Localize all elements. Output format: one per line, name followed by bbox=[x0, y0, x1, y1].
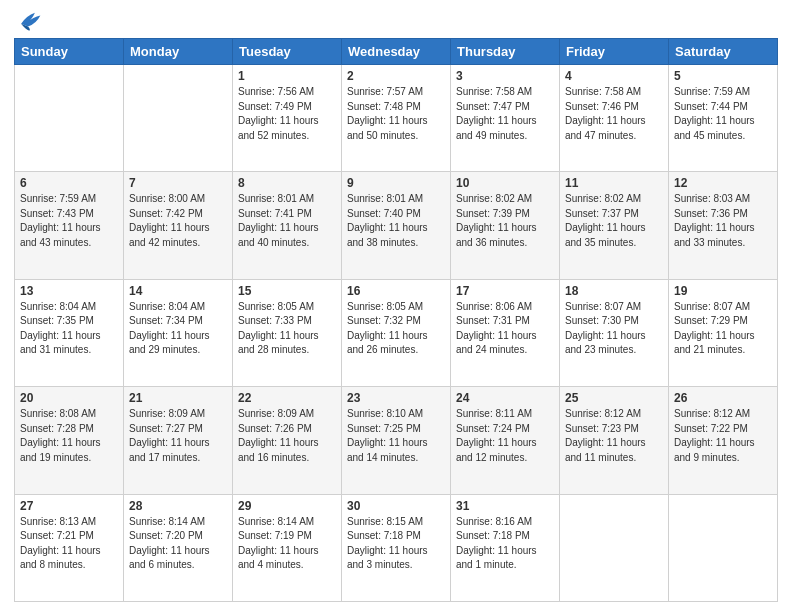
weekday-saturday: Saturday bbox=[669, 39, 778, 65]
day-number: 13 bbox=[20, 284, 118, 298]
day-info: Sunrise: 8:11 AMSunset: 7:24 PMDaylight:… bbox=[456, 407, 554, 465]
day-info: Sunrise: 8:12 AMSunset: 7:22 PMDaylight:… bbox=[674, 407, 772, 465]
calendar-cell: 13Sunrise: 8:04 AMSunset: 7:35 PMDayligh… bbox=[15, 279, 124, 386]
day-info: Sunrise: 8:08 AMSunset: 7:28 PMDaylight:… bbox=[20, 407, 118, 465]
calendar-cell bbox=[15, 65, 124, 172]
calendar-week-3: 13Sunrise: 8:04 AMSunset: 7:35 PMDayligh… bbox=[15, 279, 778, 386]
calendar-cell: 10Sunrise: 8:02 AMSunset: 7:39 PMDayligh… bbox=[451, 172, 560, 279]
day-info: Sunrise: 8:07 AMSunset: 7:29 PMDaylight:… bbox=[674, 300, 772, 358]
day-number: 20 bbox=[20, 391, 118, 405]
calendar-cell: 7Sunrise: 8:00 AMSunset: 7:42 PMDaylight… bbox=[124, 172, 233, 279]
day-number: 24 bbox=[456, 391, 554, 405]
calendar-cell bbox=[669, 494, 778, 601]
day-info: Sunrise: 7:58 AMSunset: 7:46 PMDaylight:… bbox=[565, 85, 663, 143]
day-info: Sunrise: 7:59 AMSunset: 7:43 PMDaylight:… bbox=[20, 192, 118, 250]
day-info: Sunrise: 8:02 AMSunset: 7:39 PMDaylight:… bbox=[456, 192, 554, 250]
calendar-cell: 31Sunrise: 8:16 AMSunset: 7:18 PMDayligh… bbox=[451, 494, 560, 601]
calendar-week-1: 1Sunrise: 7:56 AMSunset: 7:49 PMDaylight… bbox=[15, 65, 778, 172]
day-info: Sunrise: 8:14 AMSunset: 7:19 PMDaylight:… bbox=[238, 515, 336, 573]
day-info: Sunrise: 7:58 AMSunset: 7:47 PMDaylight:… bbox=[456, 85, 554, 143]
day-number: 30 bbox=[347, 499, 445, 513]
day-number: 7 bbox=[129, 176, 227, 190]
calendar-cell: 12Sunrise: 8:03 AMSunset: 7:36 PMDayligh… bbox=[669, 172, 778, 279]
weekday-tuesday: Tuesday bbox=[233, 39, 342, 65]
day-info: Sunrise: 8:09 AMSunset: 7:27 PMDaylight:… bbox=[129, 407, 227, 465]
day-info: Sunrise: 8:00 AMSunset: 7:42 PMDaylight:… bbox=[129, 192, 227, 250]
calendar-cell: 9Sunrise: 8:01 AMSunset: 7:40 PMDaylight… bbox=[342, 172, 451, 279]
day-info: Sunrise: 8:06 AMSunset: 7:31 PMDaylight:… bbox=[456, 300, 554, 358]
day-number: 12 bbox=[674, 176, 772, 190]
weekday-friday: Friday bbox=[560, 39, 669, 65]
day-number: 3 bbox=[456, 69, 554, 83]
calendar-cell: 14Sunrise: 8:04 AMSunset: 7:34 PMDayligh… bbox=[124, 279, 233, 386]
calendar-table: SundayMondayTuesdayWednesdayThursdayFrid… bbox=[14, 38, 778, 602]
day-number: 6 bbox=[20, 176, 118, 190]
day-info: Sunrise: 8:04 AMSunset: 7:34 PMDaylight:… bbox=[129, 300, 227, 358]
calendar-cell: 30Sunrise: 8:15 AMSunset: 7:18 PMDayligh… bbox=[342, 494, 451, 601]
weekday-wednesday: Wednesday bbox=[342, 39, 451, 65]
calendar-week-5: 27Sunrise: 8:13 AMSunset: 7:21 PMDayligh… bbox=[15, 494, 778, 601]
day-number: 5 bbox=[674, 69, 772, 83]
header bbox=[14, 10, 778, 32]
calendar-cell: 17Sunrise: 8:06 AMSunset: 7:31 PMDayligh… bbox=[451, 279, 560, 386]
calendar-cell: 19Sunrise: 8:07 AMSunset: 7:29 PMDayligh… bbox=[669, 279, 778, 386]
calendar-cell: 23Sunrise: 8:10 AMSunset: 7:25 PMDayligh… bbox=[342, 387, 451, 494]
weekday-header-row: SundayMondayTuesdayWednesdayThursdayFrid… bbox=[15, 39, 778, 65]
weekday-monday: Monday bbox=[124, 39, 233, 65]
calendar-cell: 1Sunrise: 7:56 AMSunset: 7:49 PMDaylight… bbox=[233, 65, 342, 172]
day-info: Sunrise: 8:05 AMSunset: 7:33 PMDaylight:… bbox=[238, 300, 336, 358]
day-number: 15 bbox=[238, 284, 336, 298]
day-number: 2 bbox=[347, 69, 445, 83]
logo-icon bbox=[14, 10, 42, 32]
day-info: Sunrise: 7:59 AMSunset: 7:44 PMDaylight:… bbox=[674, 85, 772, 143]
day-info: Sunrise: 8:09 AMSunset: 7:26 PMDaylight:… bbox=[238, 407, 336, 465]
calendar-cell: 18Sunrise: 8:07 AMSunset: 7:30 PMDayligh… bbox=[560, 279, 669, 386]
calendar-week-4: 20Sunrise: 8:08 AMSunset: 7:28 PMDayligh… bbox=[15, 387, 778, 494]
day-number: 10 bbox=[456, 176, 554, 190]
day-info: Sunrise: 8:12 AMSunset: 7:23 PMDaylight:… bbox=[565, 407, 663, 465]
day-info: Sunrise: 8:01 AMSunset: 7:40 PMDaylight:… bbox=[347, 192, 445, 250]
day-number: 18 bbox=[565, 284, 663, 298]
day-number: 8 bbox=[238, 176, 336, 190]
calendar-cell: 20Sunrise: 8:08 AMSunset: 7:28 PMDayligh… bbox=[15, 387, 124, 494]
page: SundayMondayTuesdayWednesdayThursdayFrid… bbox=[0, 0, 792, 612]
calendar-cell: 11Sunrise: 8:02 AMSunset: 7:37 PMDayligh… bbox=[560, 172, 669, 279]
day-number: 19 bbox=[674, 284, 772, 298]
day-info: Sunrise: 8:02 AMSunset: 7:37 PMDaylight:… bbox=[565, 192, 663, 250]
calendar-cell: 6Sunrise: 7:59 AMSunset: 7:43 PMDaylight… bbox=[15, 172, 124, 279]
calendar-cell: 21Sunrise: 8:09 AMSunset: 7:27 PMDayligh… bbox=[124, 387, 233, 494]
weekday-thursday: Thursday bbox=[451, 39, 560, 65]
day-number: 29 bbox=[238, 499, 336, 513]
day-info: Sunrise: 8:16 AMSunset: 7:18 PMDaylight:… bbox=[456, 515, 554, 573]
day-number: 9 bbox=[347, 176, 445, 190]
calendar-cell: 15Sunrise: 8:05 AMSunset: 7:33 PMDayligh… bbox=[233, 279, 342, 386]
day-info: Sunrise: 8:04 AMSunset: 7:35 PMDaylight:… bbox=[20, 300, 118, 358]
calendar-cell: 29Sunrise: 8:14 AMSunset: 7:19 PMDayligh… bbox=[233, 494, 342, 601]
calendar-week-2: 6Sunrise: 7:59 AMSunset: 7:43 PMDaylight… bbox=[15, 172, 778, 279]
calendar-cell: 16Sunrise: 8:05 AMSunset: 7:32 PMDayligh… bbox=[342, 279, 451, 386]
day-info: Sunrise: 8:14 AMSunset: 7:20 PMDaylight:… bbox=[129, 515, 227, 573]
day-info: Sunrise: 8:01 AMSunset: 7:41 PMDaylight:… bbox=[238, 192, 336, 250]
day-number: 1 bbox=[238, 69, 336, 83]
calendar-cell: 24Sunrise: 8:11 AMSunset: 7:24 PMDayligh… bbox=[451, 387, 560, 494]
weekday-sunday: Sunday bbox=[15, 39, 124, 65]
day-number: 4 bbox=[565, 69, 663, 83]
day-number: 17 bbox=[456, 284, 554, 298]
day-info: Sunrise: 8:13 AMSunset: 7:21 PMDaylight:… bbox=[20, 515, 118, 573]
calendar-cell: 26Sunrise: 8:12 AMSunset: 7:22 PMDayligh… bbox=[669, 387, 778, 494]
day-number: 26 bbox=[674, 391, 772, 405]
day-info: Sunrise: 8:07 AMSunset: 7:30 PMDaylight:… bbox=[565, 300, 663, 358]
day-info: Sunrise: 8:03 AMSunset: 7:36 PMDaylight:… bbox=[674, 192, 772, 250]
day-number: 22 bbox=[238, 391, 336, 405]
calendar-cell: 3Sunrise: 7:58 AMSunset: 7:47 PMDaylight… bbox=[451, 65, 560, 172]
day-number: 23 bbox=[347, 391, 445, 405]
day-number: 31 bbox=[456, 499, 554, 513]
day-info: Sunrise: 8:15 AMSunset: 7:18 PMDaylight:… bbox=[347, 515, 445, 573]
day-number: 11 bbox=[565, 176, 663, 190]
calendar-cell: 4Sunrise: 7:58 AMSunset: 7:46 PMDaylight… bbox=[560, 65, 669, 172]
calendar-cell: 28Sunrise: 8:14 AMSunset: 7:20 PMDayligh… bbox=[124, 494, 233, 601]
logo bbox=[14, 10, 42, 32]
day-info: Sunrise: 7:57 AMSunset: 7:48 PMDaylight:… bbox=[347, 85, 445, 143]
day-number: 14 bbox=[129, 284, 227, 298]
day-number: 28 bbox=[129, 499, 227, 513]
